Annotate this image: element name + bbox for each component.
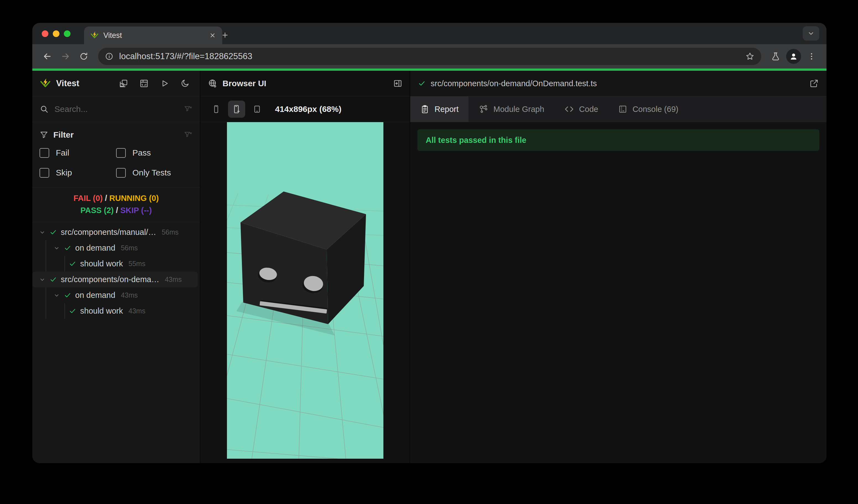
test-tree-row[interactable]: should work 43ms	[32, 303, 197, 319]
chevron-down-icon[interactable]	[39, 229, 46, 236]
sidebar: Vitest	[32, 71, 201, 463]
viewport-size-label: 414x896px (68%)	[275, 104, 341, 114]
preview-stage	[201, 122, 410, 463]
file-path-bar: src/components/on-demand/OnDemand.test.t…	[410, 71, 826, 96]
tab-search-chevron-button[interactable]	[803, 26, 819, 40]
forward-button[interactable]	[58, 49, 73, 64]
test-duration: 43ms	[121, 291, 138, 299]
chevron-down-icon[interactable]	[53, 245, 60, 251]
report-tab[interactable]: Code	[554, 96, 608, 122]
device-toolbar: 414x896px (68%)	[201, 96, 410, 122]
browser-tab[interactable]: Vitest	[84, 27, 222, 44]
vitest-ui: Vitest	[32, 71, 826, 463]
filter-checkbox[interactable]: Pass	[116, 145, 193, 160]
chevron-down-icon[interactable]	[53, 292, 60, 299]
experiments-flask-icon[interactable]	[768, 49, 783, 64]
zoom-window-button[interactable]	[64, 30, 70, 37]
console-icon	[618, 104, 627, 114]
phone-plus-icon	[232, 104, 241, 114]
omnibox[interactable]	[98, 48, 761, 65]
profile-avatar[interactable]	[786, 49, 801, 64]
tab-label: Report	[434, 105, 459, 114]
report-icon	[420, 104, 430, 114]
test-preview-iframe[interactable]	[227, 122, 383, 459]
funnel-icon	[39, 130, 48, 139]
pass-check-icon	[49, 228, 57, 236]
phone-icon	[212, 105, 221, 114]
minimize-window-button[interactable]	[53, 30, 60, 37]
tab-label: Console (69)	[633, 105, 678, 114]
test-name: should work	[80, 306, 123, 315]
sidebar-header: Vitest	[32, 71, 200, 96]
device-preset-button[interactable]	[208, 101, 225, 118]
test-tree-row[interactable]: should work 55ms	[32, 256, 197, 272]
browser-window: Vitest	[32, 23, 826, 463]
pass-count: PASS (2)	[80, 206, 114, 215]
globe-icon	[208, 79, 218, 88]
test-name: on demand	[75, 243, 115, 253]
report-tab[interactable]: Report	[410, 96, 468, 122]
pass-check-icon	[64, 292, 71, 299]
close-window-button[interactable]	[42, 30, 48, 37]
pass-check-icon	[49, 276, 57, 283]
report-panel: src/components/on-demand/OnDemand.test.t…	[410, 71, 826, 463]
test-name: should work	[80, 259, 123, 268]
filter-checkbox[interactable]: Only Tests	[116, 165, 193, 180]
device-preset-button[interactable]	[228, 101, 245, 118]
test-tree-row[interactable]: on demand 43ms	[32, 287, 197, 303]
run-all-play-icon[interactable]	[157, 76, 172, 91]
report-tab[interactable]: Module Graph	[468, 96, 554, 122]
vitest-favicon-icon	[90, 31, 99, 40]
report-content: All tests passed in this file	[410, 122, 826, 463]
dock-panel-right-icon[interactable]	[393, 79, 402, 88]
test-tree-row[interactable]: src/components/on-dema… 43ms	[32, 272, 197, 287]
running-count: RUNNING (0)	[109, 194, 159, 202]
test-duration: 55ms	[129, 260, 145, 268]
filter-checkbox[interactable]: Fail	[39, 145, 116, 160]
checkbox-box[interactable]	[39, 148, 49, 158]
collapse-tests-icon[interactable]	[116, 76, 131, 91]
search-input[interactable]	[54, 104, 179, 114]
code-icon	[564, 104, 574, 114]
browser-tabstrip: Vitest	[32, 23, 826, 44]
test-summary: FAIL (0)/RUNNING (0) PASS (2)/SKIP (--)	[32, 188, 200, 222]
test-duration: 43ms	[129, 307, 145, 315]
test-tree-row[interactable]: on demand 56ms	[32, 240, 197, 256]
test-progress-bar	[32, 68, 826, 71]
tab-close-icon[interactable]	[209, 32, 216, 39]
panel-title: Browser UI	[223, 79, 266, 88]
tablet-minus-icon	[253, 105, 261, 114]
test-name: on demand	[75, 291, 115, 300]
checkbox-box[interactable]	[116, 148, 126, 158]
bookmark-star-icon[interactable]	[745, 52, 754, 61]
test-name: src/components/manual/…	[61, 228, 156, 237]
dark-mode-moon-icon[interactable]	[177, 76, 193, 91]
chevron-down-icon[interactable]	[39, 276, 46, 283]
test-file-path: src/components/on-demand/OnDemand.test.t…	[431, 79, 804, 88]
clear-filter-icon[interactable]	[184, 105, 193, 114]
device-preset-button[interactable]	[249, 101, 266, 118]
pass-check-icon	[64, 244, 71, 252]
clear-filter-icon[interactable]	[184, 130, 193, 139]
filter-options: Fail Pass Skip	[39, 145, 193, 180]
filter-checkbox[interactable]: Skip	[39, 165, 116, 180]
back-button[interactable]	[39, 49, 55, 64]
open-external-icon[interactable]	[809, 79, 819, 88]
browser-toolbar	[32, 44, 826, 68]
checkbox-label: Pass	[132, 148, 151, 158]
report-tab[interactable]: Console (69)	[608, 96, 688, 122]
new-tab-button[interactable]	[218, 28, 232, 42]
dashboard-icon[interactable]	[136, 76, 152, 91]
tab-label: Code	[579, 105, 598, 114]
test-tree-row[interactable]: src/components/manual/… 56ms	[32, 224, 197, 240]
pass-check-icon	[69, 307, 76, 315]
checkbox-label: Skip	[56, 168, 72, 177]
reload-button[interactable]	[76, 49, 92, 64]
checkbox-box[interactable]	[116, 168, 126, 178]
browser-menu-kebab-icon[interactable]	[804, 49, 819, 64]
site-info-icon[interactable]	[105, 52, 114, 61]
test-duration: 56ms	[162, 228, 178, 236]
checkbox-box[interactable]	[39, 168, 49, 178]
app-title: Vitest	[56, 79, 79, 88]
url-input[interactable]	[118, 51, 740, 62]
